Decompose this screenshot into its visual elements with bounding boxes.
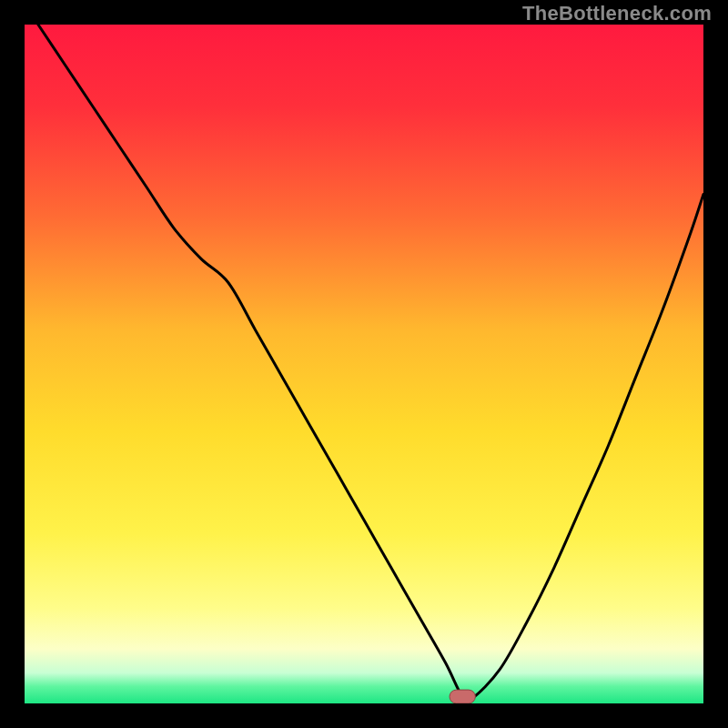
bottleneck-plot bbox=[25, 25, 703, 703]
chart-container: TheBottleneck.com bbox=[0, 0, 728, 728]
optimal-point-marker bbox=[450, 690, 475, 703]
plot-background bbox=[25, 25, 703, 703]
watermark-text: TheBottleneck.com bbox=[522, 2, 712, 25]
